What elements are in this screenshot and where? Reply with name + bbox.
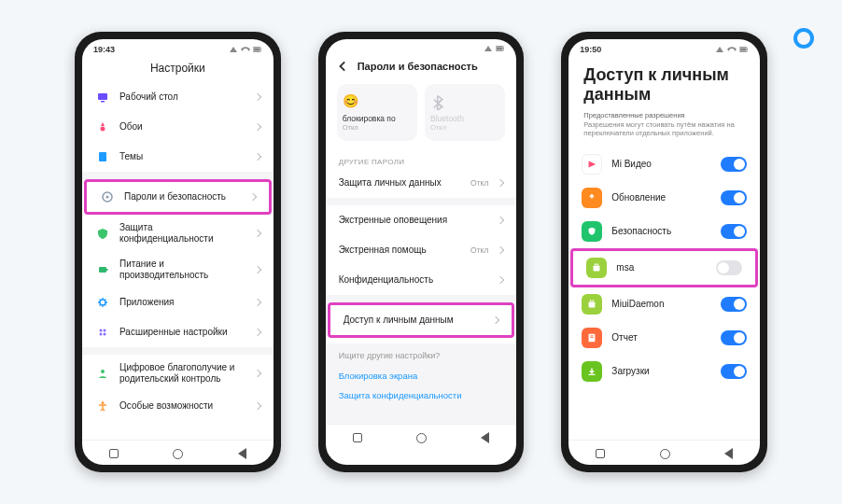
status-icons: [484, 45, 505, 52]
unlock-card-bluetooth[interactable]: Bluetooth Откл: [425, 84, 505, 141]
svg-rect-1: [254, 48, 260, 50]
status-bar: 19:43: [82, 39, 274, 56]
toggle-report[interactable]: [721, 330, 747, 345]
unlock-card-face[interactable]: 😊 блокировка по Откл: [337, 84, 417, 141]
nav-home-icon[interactable]: [416, 433, 427, 443]
nav-home-icon[interactable]: [660, 449, 670, 459]
nav-recent-icon[interactable]: [109, 449, 119, 458]
phone-frame-2: Пароли и безопасность 😊 блокировка по От…: [318, 32, 525, 472]
svg-marker-21: [589, 161, 596, 167]
app-row-security[interactable]: Безопасность: [568, 215, 760, 248]
chevron-right-icon: [497, 179, 504, 187]
toggle-mi-video[interactable]: [721, 157, 747, 172]
row-emergency-alerts[interactable]: Экстренные оповещения: [326, 205, 517, 235]
settings-row-wellbeing[interactable]: Цифровое благополучие и родительский кон…: [82, 355, 274, 391]
search-link-1[interactable]: Защита конфиденциальности: [339, 385, 504, 405]
miuidaemon-app-icon: [582, 294, 602, 315]
app-label: MiuiDaemon: [611, 299, 711, 310]
phone-frame-1: 19:43 Настройки Рабочий стол Обои Темы П…: [75, 32, 281, 472]
svg-point-7: [106, 196, 109, 199]
nav-back-icon[interactable]: [238, 448, 246, 459]
svg-point-27: [593, 300, 595, 301]
divider: [326, 295, 517, 302]
svg-rect-5: [99, 152, 106, 161]
svg-point-15: [101, 370, 105, 373]
page-subtitle: Предоставленные разрешения Разрешения мо…: [568, 107, 760, 147]
row-label: Приложения: [119, 297, 246, 308]
apps-icon: [95, 295, 110, 310]
svg-rect-9: [106, 269, 108, 271]
app-row-update[interactable]: Обновление: [568, 181, 760, 215]
settings-row-wallpaper[interactable]: Обои: [82, 112, 274, 142]
svg-rect-22: [594, 265, 600, 271]
row-label: Обои: [119, 121, 246, 133]
toggle-update[interactable]: [721, 190, 747, 205]
chevron-right-icon: [253, 265, 260, 273]
svg-rect-25: [589, 301, 596, 307]
settings-row-accessibility[interactable]: Особые возможности: [82, 391, 274, 421]
svg-point-23: [595, 263, 596, 265]
wellbeing-icon: [95, 366, 110, 381]
svg-point-4: [101, 127, 105, 132]
nav-back-icon[interactable]: [481, 432, 489, 443]
row-label: Экстренные оповещения: [339, 215, 489, 226]
row-personal-data-access[interactable]: Доступ к личным данным: [330, 305, 512, 335]
status-bar: [326, 39, 517, 54]
page-title: Доступ к личным данным: [568, 56, 760, 107]
nav-recent-icon[interactable]: [353, 433, 362, 442]
privacy-icon: [95, 226, 110, 241]
app-row-msa[interactable]: msa: [573, 251, 755, 285]
android-navbar: [326, 424, 517, 449]
settings-row-apps[interactable]: Приложения: [82, 287, 274, 317]
toggle-msa[interactable]: [716, 260, 742, 275]
search-link-0[interactable]: Блокировка экрана: [339, 366, 504, 385]
settings-row-desktop[interactable]: Рабочий стол: [82, 82, 274, 112]
screen-passwords: Пароли и безопасность 😊 блокировка по От…: [326, 39, 517, 465]
settings-row-passwords[interactable]: Пароли и безопасность: [87, 182, 269, 212]
settings-row-themes[interactable]: Темы: [82, 142, 274, 172]
nav-recent-icon[interactable]: [596, 449, 605, 458]
update-app-icon: [582, 188, 602, 208]
toggle-miuidaemon[interactable]: [721, 297, 747, 312]
svg-rect-18: [497, 47, 503, 49]
highlight-box: Пароли и безопасность: [84, 179, 272, 215]
settings-row-advanced[interactable]: Расширенные настройки: [82, 317, 274, 347]
app-label: Обновление: [611, 192, 711, 203]
security-app-icon: [582, 221, 602, 242]
toggle-security[interactable]: [721, 224, 747, 239]
wallpaper-icon: [95, 119, 110, 134]
app-row-miuidaemon[interactable]: MiuiDaemon: [568, 287, 760, 321]
svg-point-14: [104, 333, 106, 336]
back-arrow-icon[interactable]: [337, 60, 350, 73]
app-row-downloads[interactable]: Загрузки: [568, 355, 760, 388]
chevron-right-icon: [253, 402, 260, 410]
highlight-box: Доступ к личным данным: [328, 302, 515, 338]
status-time: 19:43: [93, 45, 115, 54]
card-title: блокировка по: [343, 114, 412, 123]
toggle-downloads[interactable]: [721, 364, 747, 379]
row-emergency-help[interactable]: Экстренная помощь Откл: [326, 235, 517, 265]
row-label: Рабочий стол: [119, 91, 246, 103]
row-data-protect[interactable]: Защита личных данных Откл: [326, 168, 517, 198]
chevron-right-icon: [253, 229, 260, 236]
row-confidentiality[interactable]: Конфиденциальность: [326, 265, 517, 295]
svg-point-12: [104, 329, 106, 332]
row-value: Откл: [470, 245, 488, 255]
status-icons: [229, 46, 262, 53]
chevron-right-icon: [492, 316, 499, 324]
card-sub: Откл: [343, 123, 412, 132]
highlight-box: msa: [570, 248, 758, 287]
android-navbar: [82, 440, 274, 465]
settings-row-battery[interactable]: Питание и производительность: [82, 251, 274, 287]
chevron-right-icon: [253, 369, 260, 376]
app-row-report[interactable]: Отчет: [568, 321, 760, 355]
section-label-other-passwords: ДРУГИЕ ПАРОЛИ: [326, 150, 517, 168]
svg-point-13: [100, 333, 103, 336]
svg-point-11: [100, 329, 103, 332]
divider: [326, 198, 517, 205]
nav-back-icon[interactable]: [724, 448, 733, 459]
row-label: Цифровое благополучие и родительский кон…: [119, 362, 246, 384]
app-row-mi-video[interactable]: Mi Видео: [568, 147, 760, 181]
settings-row-privacy[interactable]: Защита конфиденциальности: [82, 215, 274, 251]
nav-home-icon[interactable]: [173, 449, 183, 459]
